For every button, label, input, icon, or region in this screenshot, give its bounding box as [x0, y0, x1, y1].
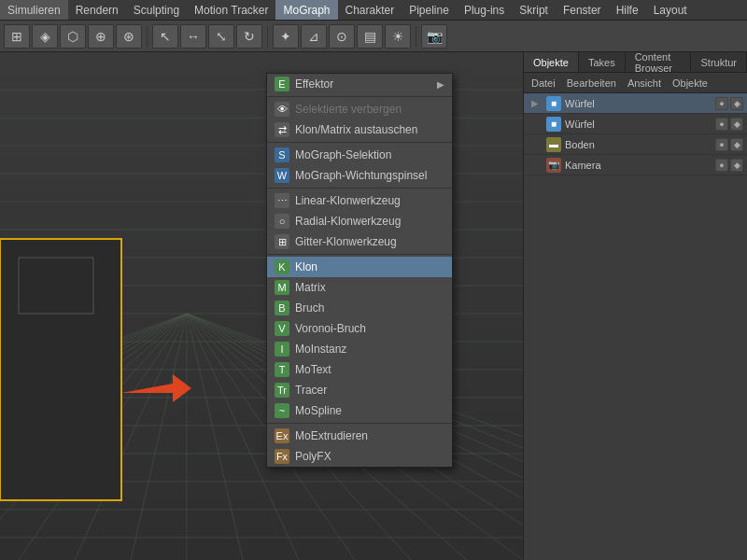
toolbar-btn-9[interactable]: ↻	[236, 24, 262, 49]
menu-skript[interactable]: Skript	[512, 0, 556, 20]
wichtung-label: MoGraph-Wichtungspinsel	[295, 169, 427, 182]
menu-voronoi[interactable]: V Voronoi-Bruch	[267, 318, 452, 339]
wichtung-icon: W	[275, 168, 289, 183]
obj-vis-3[interactable]: ●	[715, 138, 728, 151]
list-item[interactable]: ▶ ■ Würfel ● ◆	[524, 93, 747, 114]
mograph-dropdown-menu[interactable]: E Effektor ▶ 👁 Selektierte verbergen ⇄ K…	[266, 73, 453, 468]
gitter-label: Gitter-Klonwerkzeug	[295, 235, 397, 248]
verbergen-label: Selektierte verbergen	[295, 103, 402, 116]
klonmatrix-label: Klon/Matrix austauschen	[295, 123, 417, 136]
menu-motext[interactable]: T MoText	[267, 359, 452, 380]
list-item[interactable]: 📷 Kamera ● ◆	[524, 155, 747, 175]
toolbar-btn-8[interactable]: ⤡	[208, 24, 234, 49]
toolbar-btn-14[interactable]: ☀	[385, 24, 411, 49]
menu-effektor[interactable]: E Effektor ▶	[267, 74, 452, 94]
obj-label-1: Würfel	[565, 98, 712, 109]
toolbar-btn-5[interactable]: ⊛	[116, 24, 142, 49]
obj-cube-icon-1: ■	[546, 96, 561, 111]
menu-rendern[interactable]: Rendern	[68, 0, 126, 20]
viewport-3d[interactable]: E Effektor ▶ 👁 Selektierte verbergen ⇄ K…	[0, 52, 523, 560]
obj-render-4[interactable]: ◆	[730, 159, 743, 172]
toolbar-btn-3[interactable]: ⬡	[60, 24, 86, 49]
list-item[interactable]: ▬ Boden ● ◆	[524, 134, 747, 155]
klon-icon: K	[275, 259, 289, 274]
menu-fenster[interactable]: Fenster	[556, 0, 609, 20]
menu-gitter-klon[interactable]: ⊞ Gitter-Klonwerkzeug	[267, 231, 452, 252]
obj-render-3[interactable]: ◆	[730, 138, 743, 151]
menu-polyfx[interactable]: Fx PolyFX	[267, 446, 452, 467]
matrix-icon: M	[275, 280, 289, 295]
menu-sculpting[interactable]: Sculpting	[126, 0, 187, 20]
effektor-icon: E	[275, 77, 289, 91]
obj-controls-3: ● ◆	[715, 138, 743, 151]
tab-struktur[interactable]: Struktur	[691, 52, 747, 72]
object-list: ▶ ■ Würfel ● ◆ ■ Würfel ● ◆	[524, 93, 747, 560]
klon-label: Klon	[295, 260, 317, 273]
menu-moextrudieren[interactable]: Ex MoExtrudieren	[267, 426, 452, 446]
toolbar-sep-1	[147, 26, 148, 47]
polyfx-icon: Fx	[275, 449, 289, 464]
toolbar-btn-6[interactable]: ↖	[152, 24, 178, 49]
verbergen-icon: 👁	[275, 102, 289, 117]
moinstanz-label: MoInstanz	[295, 343, 346, 356]
menu-radial-klon[interactable]: ○ Radial-Klonwerkzeug	[267, 211, 452, 231]
obj-render-2[interactable]: ◆	[730, 118, 743, 131]
menu-moinstanz[interactable]: I MoInstanz	[267, 339, 452, 359]
obj-label-2: Würfel	[565, 119, 712, 130]
klonmatrix-icon: ⇄	[275, 122, 289, 137]
tab-takes[interactable]: Takes	[579, 52, 626, 72]
panel-btn-bearbeiten[interactable]: Bearbeiten	[563, 77, 620, 89]
obj-cube-icon-2: ■	[546, 117, 561, 132]
toolbar-btn-2[interactable]: ◈	[32, 24, 58, 49]
panel-btn-objekte[interactable]: Objekte	[669, 77, 712, 89]
menu-selektierte-verbergen[interactable]: 👁 Selektierte verbergen	[267, 99, 452, 119]
effektor-label: Effektor	[295, 77, 333, 91]
panel-btn-datei[interactable]: Datei	[528, 77, 559, 89]
toolbar-btn-camera[interactable]: 📷	[421, 24, 447, 49]
sep-2	[267, 142, 452, 143]
toolbar-btn-1[interactable]: ⊞	[4, 24, 30, 49]
bruch-label: Bruch	[295, 301, 324, 315]
panel-btn-ansicht[interactable]: Ansicht	[624, 77, 665, 89]
menu-charakter[interactable]: Charakter	[338, 0, 402, 20]
menu-layout[interactable]: Layout	[646, 0, 695, 20]
tab-objekte[interactable]: Objekte	[524, 52, 579, 72]
menu-hilfe[interactable]: Hilfe	[609, 0, 646, 20]
menu-matrix[interactable]: M Matrix	[267, 277, 452, 298]
obj-controls-2: ● ◆	[715, 118, 743, 131]
menu-linear-klon[interactable]: ⋯ Linear-Klonwerkzeug	[267, 190, 452, 211]
menu-mograph[interactable]: MoGraph	[275, 0, 337, 20]
toolbar-btn-10[interactable]: ✦	[273, 24, 299, 49]
menu-bruch[interactable]: B Bruch	[267, 298, 452, 318]
menu-pipeline[interactable]: Pipeline	[402, 0, 457, 20]
menu-simulieren[interactable]: Simulieren	[0, 0, 68, 20]
tracer-icon: Tr	[275, 383, 289, 398]
obj-render-1[interactable]: ◆	[730, 97, 743, 110]
menu-plugins[interactable]: Plug-ins	[457, 0, 512, 20]
menu-motion-tracker[interactable]: Motion Tracker	[187, 0, 275, 20]
menu-tracer[interactable]: Tr Tracer	[267, 380, 452, 400]
toolbar-btn-7[interactable]: ↔	[180, 24, 206, 49]
moextr-label: MoExtrudieren	[295, 429, 368, 442]
obj-vis-1[interactable]: ●	[715, 97, 728, 110]
menu-klon[interactable]: K Klon	[267, 257, 452, 277]
obj-vis-4[interactable]: ●	[715, 159, 728, 172]
toolbar-btn-4[interactable]: ⊕	[88, 24, 114, 49]
voronoi-label: Voronoi-Bruch	[295, 322, 366, 335]
menu-mospline[interactable]: ~ MoSpline	[267, 400, 452, 421]
main-toolbar: ⊞ ◈ ⬡ ⊕ ⊛ ↖ ↔ ⤡ ↻ ✦ ⊿ ⊙ ▤ ☀ 📷	[0, 21, 747, 52]
matrix-label: Matrix	[295, 281, 326, 294]
sep-1	[267, 96, 452, 97]
toolbar-btn-11[interactable]: ⊿	[301, 24, 327, 49]
list-item[interactable]: ■ Würfel ● ◆	[524, 114, 747, 134]
tab-content-browser[interactable]: Content Browser	[626, 52, 692, 72]
menu-mograph-selektion[interactable]: S MoGraph-Selektion	[267, 145, 452, 165]
toolbar-btn-12[interactable]: ⊙	[329, 24, 355, 49]
bruch-icon: B	[275, 301, 289, 315]
sep-3	[267, 188, 452, 189]
toolbar-btn-13[interactable]: ▤	[357, 24, 383, 49]
sep-4	[267, 254, 452, 255]
menu-mograph-wichtung[interactable]: W MoGraph-Wichtungspinsel	[267, 165, 452, 186]
menu-klon-matrix[interactable]: ⇄ Klon/Matrix austauschen	[267, 119, 452, 140]
obj-vis-2[interactable]: ●	[715, 118, 728, 131]
